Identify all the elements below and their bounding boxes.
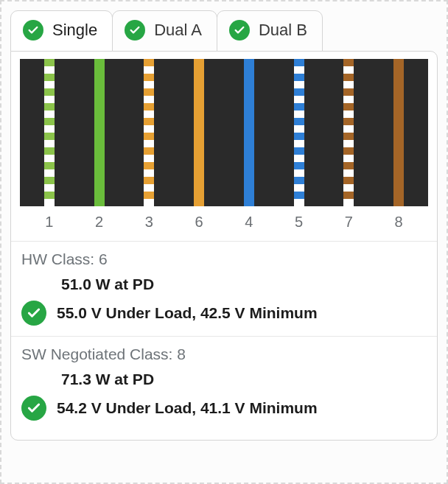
test-result-panel: Single Dual A Dual B: [0, 0, 448, 484]
check-icon: [23, 20, 43, 41]
sw-class-section: SW Negotiated Class: 8 71.3 W at PD 54.2…: [11, 336, 437, 431]
wire-8: [374, 59, 424, 206]
wire-labels: 1 2 3 6 4 5 7 8: [20, 206, 428, 241]
sw-class-title: SW Negotiated Class: 8: [21, 346, 428, 363]
wire-chart: [20, 59, 428, 206]
check-icon: [125, 20, 145, 41]
wire-lbl: 8: [374, 214, 424, 231]
sw-volts-value: 54.2 V Under Load, 41.1 V Minimum: [57, 399, 318, 418]
check-icon: [21, 396, 46, 421]
sw-power-value: 71.3 W at PD: [61, 371, 428, 388]
check-icon: [21, 301, 46, 326]
tab-dual-b[interactable]: Dual B: [217, 10, 323, 52]
tab-label: Single: [52, 21, 97, 40]
wire-lbl: 3: [125, 214, 175, 231]
wire-lbl: 2: [74, 214, 125, 231]
wire-4: [224, 59, 274, 206]
wire-lbl: 1: [24, 214, 74, 231]
wire-chart-wrap: 1 2 3 6 4 5 7 8: [11, 52, 437, 241]
wire-lbl: 6: [174, 214, 224, 231]
hw-power-value: 51.0 W at PD: [61, 276, 428, 293]
wire-lbl: 5: [274, 214, 324, 231]
hw-class-title: HW Class: 6: [21, 250, 428, 268]
mode-tabs: Single Dual A Dual B: [10, 10, 438, 52]
wire-3: [125, 59, 175, 206]
wire-6: [174, 59, 224, 206]
tab-dual-a[interactable]: Dual A: [112, 10, 217, 52]
hw-volts-value: 55.0 V Under Load, 42.5 V Minimum: [57, 304, 318, 323]
wire-lbl: 7: [324, 214, 374, 231]
wire-lbl: 4: [224, 214, 274, 231]
wire-2: [74, 59, 125, 206]
wire-5: [274, 59, 324, 206]
panel-body: 1 2 3 6 4 5 7 8 HW Class: 6 51.0 W at PD…: [10, 51, 438, 441]
wire-1: [24, 59, 74, 206]
tab-label: Dual A: [154, 21, 202, 40]
hw-class-section: HW Class: 6 51.0 W at PD 55.0 V Under Lo…: [11, 241, 437, 336]
check-icon: [229, 20, 250, 41]
tab-label: Dual B: [259, 21, 307, 40]
wire-7: [324, 59, 374, 206]
tab-single[interactable]: Single: [10, 10, 113, 52]
